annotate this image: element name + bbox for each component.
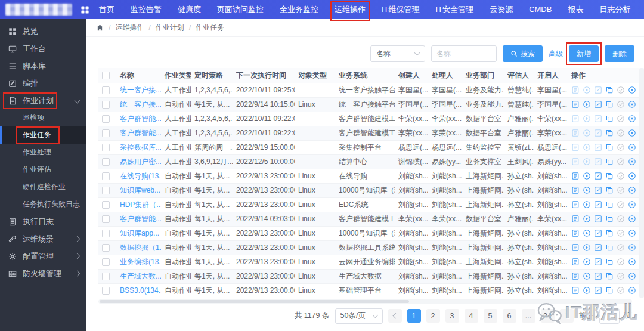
copy-icon[interactable] (605, 86, 614, 94)
row-checkbox[interactable] (102, 287, 110, 295)
execute-icon[interactable] (583, 157, 591, 166)
enable-icon[interactable] (617, 200, 625, 209)
row-checkbox[interactable] (102, 244, 110, 252)
job-name-link[interactable]: 客户群智能... (120, 115, 161, 123)
nav-item-日志分析[interactable]: 日志分析 (599, 0, 630, 19)
disable-icon[interactable] (628, 200, 636, 209)
row-checkbox[interactable] (102, 230, 110, 237)
sidebar-subitem-任务执行失败日志[interactable]: 任务执行失败日志 (0, 196, 86, 213)
copy-icon[interactable] (605, 129, 614, 137)
breadcrumb-item[interactable]: 运维操作 (115, 23, 144, 33)
disable-icon[interactable] (628, 143, 636, 151)
edit-icon[interactable] (594, 243, 602, 252)
disable-icon[interactable] (628, 186, 636, 194)
copy-icon[interactable] (605, 186, 614, 194)
row-checkbox[interactable] (102, 115, 110, 123)
page-button-6[interactable]: 6 (503, 309, 516, 323)
horizontal-scrollbar[interactable] (98, 299, 632, 304)
enable-icon[interactable] (617, 129, 625, 137)
job-name-link[interactable]: 在线导购(13... (120, 172, 161, 180)
sidebar-subitem-作业评估[interactable]: 作业评估 (0, 161, 86, 178)
detail-icon[interactable] (571, 100, 580, 109)
disable-icon[interactable] (628, 129, 636, 137)
page-ellipsis[interactable]: ... (522, 309, 535, 323)
execute-icon[interactable] (583, 258, 591, 266)
copy-icon[interactable] (605, 115, 614, 123)
disable-icon[interactable] (628, 157, 636, 166)
prev-page-button[interactable] (388, 309, 402, 323)
enable-icon[interactable] (617, 186, 625, 194)
detail-icon[interactable] (571, 143, 580, 151)
sidebar-subitem-作业处理[interactable]: 作业处理 (0, 144, 86, 161)
page-button-24[interactable]: 24 (541, 309, 555, 323)
edit-icon[interactable] (594, 143, 602, 151)
copy-icon[interactable] (605, 172, 614, 180)
disable-icon[interactable] (628, 243, 636, 252)
detail-icon[interactable] (571, 243, 580, 252)
enable-icon[interactable] (617, 143, 625, 151)
edit-icon[interactable] (594, 186, 602, 194)
detail-icon[interactable] (571, 258, 580, 266)
job-name-link[interactable]: 知识库app... (120, 229, 159, 237)
edit-icon[interactable] (594, 286, 602, 295)
copy-icon[interactable] (605, 215, 614, 223)
page-button-2[interactable]: 2 (426, 309, 440, 323)
page-button-3[interactable]: 3 (445, 309, 459, 323)
edit-icon[interactable] (594, 229, 602, 237)
sidebar-item-防火墙管理[interactable]: 防火墙管理 (0, 265, 86, 282)
enable-icon[interactable] (617, 157, 625, 166)
detail-icon[interactable] (571, 115, 580, 123)
row-checkbox[interactable] (102, 273, 110, 280)
copy-icon[interactable] (605, 100, 614, 109)
job-name-link[interactable]: BSS3.0(134... (120, 286, 161, 295)
enable-icon[interactable] (617, 215, 625, 223)
disable-icon[interactable] (628, 286, 636, 295)
detail-icon[interactable] (571, 272, 580, 280)
job-name-link[interactable]: 采控数据库... (120, 143, 161, 151)
execute-icon[interactable] (583, 172, 591, 180)
disable-icon[interactable] (628, 229, 636, 237)
execute-icon[interactable] (583, 100, 591, 109)
execute-icon[interactable] (583, 286, 591, 295)
home-icon[interactable] (96, 24, 104, 32)
advanced-search-link[interactable]: 高级 (549, 49, 563, 59)
execute-icon[interactable] (583, 229, 591, 237)
nav-item-报表[interactable]: 报表 (568, 0, 583, 19)
vertical-scrollbar[interactable] (639, 68, 644, 298)
row-checkbox[interactable] (102, 144, 110, 151)
enable-icon[interactable] (617, 172, 625, 180)
copy-icon[interactable] (605, 229, 614, 237)
row-checkbox[interactable] (102, 258, 110, 266)
sidebar-item-工作台[interactable]: 工作台 (0, 40, 86, 57)
breadcrumb-item[interactable]: 作业任务 (196, 23, 224, 33)
page-size-select[interactable]: 50条/页 (335, 308, 383, 324)
delete-button[interactable]: 删除 (605, 45, 634, 62)
detail-icon[interactable] (571, 229, 580, 237)
sidebar-item-编排[interactable]: 编排 (0, 75, 86, 92)
goto-page-input[interactable] (599, 308, 620, 324)
sidebar-item-配置管理[interactable]: 配置管理 (0, 248, 86, 265)
job-name-link[interactable]: 易姝用户密... (120, 157, 161, 166)
edit-icon[interactable] (594, 215, 602, 223)
nav-item-运维操作[interactable]: 运维操作 (335, 0, 366, 19)
row-checkbox[interactable] (102, 187, 110, 194)
detail-icon[interactable] (571, 172, 580, 180)
disable-icon[interactable] (628, 215, 636, 223)
edit-icon[interactable] (594, 200, 602, 209)
enable-icon[interactable] (617, 272, 625, 280)
job-name-link[interactable]: 知识库web... (120, 186, 160, 194)
row-checkbox[interactable] (102, 201, 110, 209)
breadcrumb-item[interactable]: 作业计划 (156, 23, 184, 33)
execute-icon[interactable] (583, 272, 591, 280)
copy-icon[interactable] (605, 200, 614, 209)
edit-icon[interactable] (594, 157, 602, 166)
add-button[interactable]: 新增 (569, 45, 599, 62)
enable-icon[interactable] (617, 86, 625, 94)
edit-icon[interactable] (594, 272, 602, 280)
copy-icon[interactable] (605, 272, 614, 280)
disable-icon[interactable] (628, 115, 636, 123)
disable-icon[interactable] (628, 100, 636, 109)
sidebar-subitem-硬件巡检作业[interactable]: 硬件巡检作业 (0, 178, 86, 196)
disable-icon[interactable] (628, 86, 636, 94)
execute-icon[interactable] (583, 143, 591, 151)
